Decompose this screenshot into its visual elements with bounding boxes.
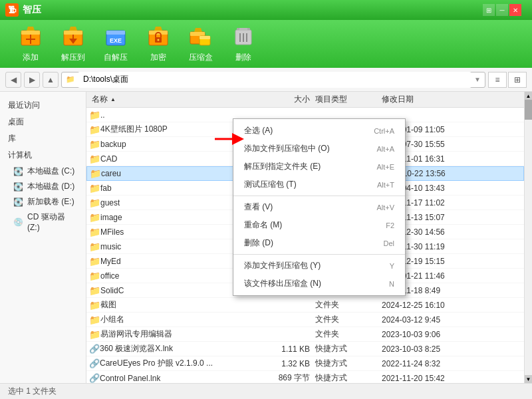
encrypt-button[interactable]: 加密 — [138, 21, 178, 67]
file-name-cell: 📁 易游网讯专用编辑器 — [89, 329, 262, 340]
table-row[interactable]: 🔗 360 极速浏览器X.lnk 1.11 KB 快捷方式 2023-10-03… — [86, 342, 524, 356]
menu-shortcut: Alt+V — [376, 203, 394, 211]
folder-icon: 📁 — [89, 139, 100, 150]
folder-icon: 📁 — [89, 315, 100, 325]
path-input[interactable] — [78, 72, 471, 88]
folder-icon: 📁 — [89, 285, 100, 296]
sidebar-item-drive-e[interactable]: 💽 新加载卷 (E:) — [0, 194, 86, 209]
address-bar: ◀ ▶ ▲ 📁 ▼ ≡ ⊞ — [0, 68, 532, 92]
menu-item-rename[interactable]: 重命名 (M) F2 — [233, 216, 405, 234]
file-date: 2024-03-12 9:45 — [382, 315, 488, 325]
encrypt-label: 加密 — [150, 52, 166, 63]
main-layout: 最近访问 桌面 库 计算机 💽 本地磁盘 (C:) 💽 本地磁盘 (D:) 💽 … — [0, 92, 532, 383]
add-button[interactable]: 添加 — [11, 21, 51, 67]
scrollbar[interactable]: ▲ ▼ — [524, 92, 532, 383]
table-row[interactable]: 🔗 Control Panel.lnk 869 字节 快捷方式 2021-11-… — [86, 371, 524, 383]
minimize-btn[interactable]: ─ — [496, 4, 508, 16]
file-name: 4K壁纸图片 1080P — [100, 124, 168, 135]
folder-icon: 📁 — [89, 124, 100, 135]
file-name: fab — [100, 184, 112, 193]
name-column-header: 名称 — [92, 94, 108, 105]
sidebar-item-desktop[interactable]: 桌面 — [0, 114, 86, 130]
folder-icon: 📁 — [89, 183, 100, 194]
compress-box-label: 压缩盒 — [189, 52, 213, 63]
sidebar-item-drive-d[interactable]: 💽 本地磁盘 (D:) — [0, 179, 86, 194]
menu-divider — [233, 196, 405, 196]
extract-button[interactable]: 解压到 — [53, 21, 93, 67]
table-row[interactable]: 📁 截图 文件夹 2024-12-25 16:10 — [86, 298, 524, 313]
file-type: 快捷方式 — [315, 358, 382, 369]
selfextract-button[interactable]: EXE 自解压 — [96, 21, 136, 67]
table-row[interactable]: 🔗 CareUEyes Pro 护眼 v2.1.9.0 ... 1.32 KB … — [86, 356, 524, 371]
menu-shortcut: Alt+A — [376, 145, 394, 153]
file-name: CAD — [100, 154, 117, 164]
folder-icon: 📁 — [89, 329, 100, 340]
sidebar-item-drive-z[interactable]: 💿 CD 驱动器 (Z:) — [0, 209, 86, 234]
table-row[interactable]: 📁 易游网讯专用编辑器 文件夹 2023-10-03 9:06 — [86, 327, 524, 342]
menu-item-extract-to[interactable]: 解压到指定文件夹 (E) Alt+E — [233, 158, 405, 176]
file-date: 2022-11-24 8:32 — [382, 359, 488, 368]
file-type: 文件夹 — [315, 314, 382, 325]
sidebar-item-recent[interactable]: 最近访问 — [0, 97, 86, 114]
context-menu: 全选 (A) Ctrl+A 添加文件到压缩包中 (O) Alt+A 解压到指定文… — [233, 118, 406, 296]
close-btn[interactable]: ✕ — [509, 4, 521, 16]
file-name: guest — [100, 198, 120, 207]
svg-marker-4 — [27, 27, 35, 31]
grid-view-btn[interactable]: ⊞ — [483, 4, 495, 16]
sidebar: 最近访问 桌面 库 计算机 💽 本地磁盘 (C:) 💽 本地磁盘 (D:) 💽 … — [0, 92, 86, 383]
menu-item-add-to-zip-y[interactable]: 添加文件到压缩包 (Y) Y — [233, 257, 405, 275]
list-view-btn[interactable]: ≡ — [488, 72, 507, 88]
sidebar-item-computer[interactable]: 计算机 — [0, 147, 86, 164]
file-name: image — [100, 213, 122, 222]
delete-button[interactable]: 删除 — [223, 21, 263, 67]
extract-icon — [61, 25, 85, 49]
menu-shortcut: Y — [390, 262, 394, 270]
file-icon: 🔗 — [89, 358, 100, 368]
menu-item-delete[interactable]: 删除 (D) Del — [233, 234, 405, 252]
file-area: 名称 ▲ 大小 项目类型 修改日期 📁 .. 📁 4K壁纸图片 1080P 文件… — [86, 92, 524, 383]
drive-icon: 💽 — [13, 198, 23, 207]
sort-icon: ▲ — [110, 96, 116, 102]
file-name-cell: 📁 截图 — [89, 299, 262, 311]
menu-item-label: 添加文件到压缩包中 (O) — [244, 143, 330, 154]
file-type: 快捷方式 — [315, 372, 382, 383]
file-type: 文件夹 — [315, 329, 382, 340]
svg-marker-20 — [194, 28, 202, 32]
add-label: 添加 — [23, 52, 39, 63]
table-row[interactable]: 📁 小组名 文件夹 2024-03-12 9:45 — [86, 313, 524, 327]
menu-item-move-out[interactable]: 该文件移出压缩盒 (N) N — [233, 275, 405, 293]
title-bar: 🗜 智压 ⊞ ─ ✕ — [0, 0, 532, 20]
sidebar-item-library[interactable]: 库 — [0, 130, 86, 147]
back-button[interactable]: ◀ — [5, 72, 21, 88]
path-icon: 📁 — [66, 75, 75, 84]
svg-text:EXE: EXE — [110, 37, 122, 44]
file-size: 1.32 KB — [262, 359, 315, 368]
arrow-indicator — [211, 129, 245, 152]
type-column-header: 项目类型 — [315, 94, 382, 105]
selfextract-label: 自解压 — [104, 52, 128, 63]
scroll-down-btn[interactable]: ▼ — [525, 375, 533, 383]
app-title: 智压 — [23, 4, 483, 16]
scroll-thumb[interactable] — [525, 100, 532, 120]
drive-icon: 💽 — [13, 182, 23, 192]
up-button[interactable]: ▲ — [43, 72, 59, 88]
toolbar: 添加 解压到 EXE 自解压 — [0, 20, 532, 68]
scroll-up-btn[interactable]: ▲ — [525, 92, 533, 100]
file-date: 2023-10-03 9:06 — [382, 330, 488, 339]
grid-view-btn[interactable]: ⊞ — [508, 72, 527, 88]
menu-item-add-to-zip[interactable]: 添加文件到压缩包中 (O) Alt+A — [233, 140, 405, 158]
compress-box-button[interactable]: 压缩盒 — [181, 21, 221, 67]
forward-button[interactable]: ▶ — [24, 72, 40, 88]
sidebar-item-drive-c[interactable]: 💽 本地磁盘 (C:) — [0, 164, 86, 179]
menu-item-view[interactable]: 查看 (V) Alt+V — [233, 198, 405, 216]
file-type: 文件夹 — [315, 299, 382, 311]
file-date: 2024-12-25 16:10 — [382, 301, 488, 310]
file-name: .. — [100, 110, 105, 120]
menu-item-label: 删除 (D) — [244, 237, 273, 249]
menu-item-select-all[interactable]: 全选 (A) Ctrl+A — [233, 122, 405, 140]
file-name: MyEd — [100, 257, 121, 266]
folder-icon: 📁 — [89, 256, 100, 267]
menu-item-test-zip[interactable]: 测试压缩包 (T) Alt+T — [233, 176, 405, 194]
window-controls: ⊞ ─ ✕ — [483, 4, 527, 16]
menu-shortcut: Alt+E — [376, 163, 394, 171]
